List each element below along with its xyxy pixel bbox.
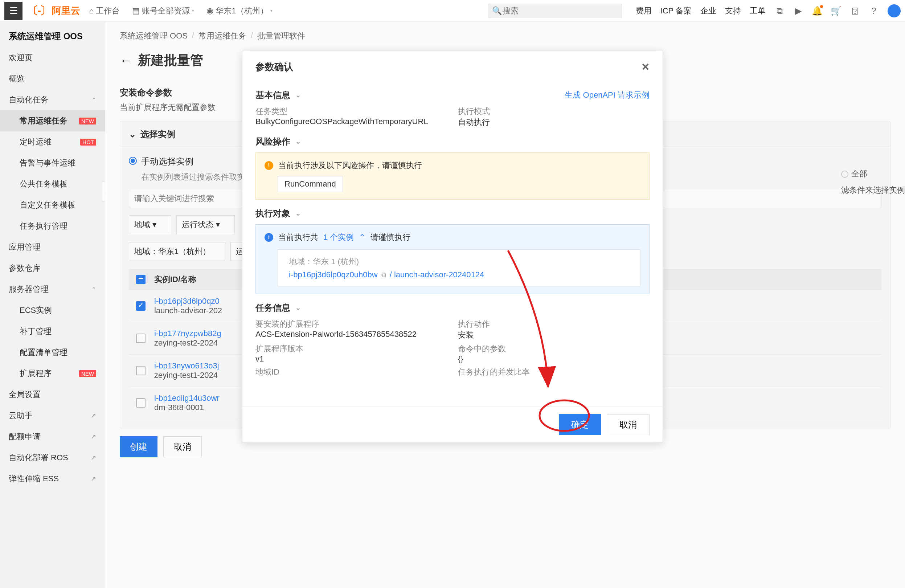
resource-dropdown[interactable]: ▤账号全部资源▾ [129,3,198,19]
version-value: v1 [256,354,447,364]
risk-chip: RunCommand [278,176,343,192]
instance-id-link[interactable]: i-bp16pj3d6lp0qz0uh0bw [289,270,378,280]
confirm-modal: 参数确认 ✕ 基本信息 ⌄ 生成 OpenAPI 请求示例 任务类型BulkyC… [242,51,663,443]
cmd-params-label: 命令中的参数 [458,343,649,354]
modal-header: 参数确认 ✕ [242,51,663,80]
workspace-label: 工作台 [96,5,120,16]
close-icon[interactable]: ✕ [641,61,649,73]
chevron-down-icon: ⌄ [295,91,301,99]
avatar[interactable] [888,4,901,17]
ok-button[interactable]: 确定 [559,414,601,435]
section-title: 基本信息 [256,89,290,101]
globe-icon: ◉ [206,6,213,16]
resource-label: 账号全部资源 [142,5,190,16]
cmd-params-value: {} [458,354,649,364]
chevron-up-icon[interactable]: ⌃ [359,233,365,242]
workspace-link[interactable]: ⌂工作台 [85,3,123,19]
target-inner: 地域：华东 1 (杭州) i-bp16pj3d6lp0qz0uh0bw ⧉ / … [278,250,640,286]
warning-icon: ! [265,161,273,170]
billing-link[interactable]: 费用 [636,5,652,16]
enterprise-link[interactable]: 企业 [700,5,716,16]
menu-toggle-icon[interactable]: ☰ [4,2,22,20]
terminal-icon[interactable]: ▶ [793,6,803,16]
target-instance-row: i-bp16pj3d6lp0qz0uh0bw ⧉ / launch-adviso… [289,270,629,280]
section-title: 风险操作 [256,136,290,147]
info-icon[interactable]: ? [869,6,879,16]
action-value: 安装 [458,330,649,340]
target-prefix: 当前执行共 [278,232,318,243]
bell-icon[interactable]: 🔔 [812,6,822,16]
help-icon[interactable]: ⍰ [850,6,860,16]
modal-body: 基本信息 ⌄ 生成 OpenAPI 请求示例 任务类型BulkyConfigur… [242,80,663,407]
target-region-label: 地域：华东 1 (杭州) [289,256,629,267]
concurrency-label: 任务执行的并发比率 [458,367,649,377]
chevron-down-icon: ⌄ [295,210,301,218]
modal-footer: 确定 取消 [242,407,663,442]
search-input[interactable] [488,4,622,18]
info-head: i 当前执行共 1 个实例 ⌃ 请谨慎执行 [265,232,640,243]
task-info-section[interactable]: 任务信息 ⌄ [256,302,649,314]
resource-icon: ▤ [132,6,140,16]
chevron-down-icon: ⌄ [295,138,301,146]
ticket-link[interactable]: 工单 [750,5,766,16]
global-search: 🔍 [488,4,622,18]
region-label: 华东1（杭州） [216,5,268,16]
cloudshell-icon[interactable]: ⧉ [774,6,784,16]
region-id-label: 地域ID [256,367,447,377]
home-icon: ⌂ [89,6,94,16]
task-type-value: BulkyConfigureOOSPackageWithTemporaryURL [256,117,447,126]
target-info-box: i 当前执行共 1 个实例 ⌃ 请谨慎执行 地域：华东 1 (杭州) i-bp1… [256,224,649,294]
risk-warning-box: ! 当前执行涉及以下风险操作，请谨慎执行 RunCommand [256,153,649,200]
region-dropdown[interactable]: ◉华东1（杭州）▾ [203,3,276,19]
section-title: 执行对象 [256,208,290,219]
task-type-label: 任务类型 [256,106,447,117]
warn-row: ! 当前执行涉及以下风险操作，请谨慎执行 [265,160,640,171]
topbar-right: 费用 ICP 备案 企业 支持 工单 ⧉ ▶ 🔔 🛒 ⍰ ? [636,4,901,17]
top-bar: ☰ 〔-〕阿里云 ⌂工作台 ▤账号全部资源▾ ◉华东1（杭州）▾ 🔍 费用 IC… [0,0,905,22]
chevron-down-icon: ▾ [270,8,273,13]
basic-info-grid: 任务类型BulkyConfigureOOSPackageWithTemporar… [256,106,649,128]
target-section[interactable]: 执行对象 ⌄ [256,208,649,219]
support-link[interactable]: 支持 [725,5,741,16]
risk-text: 当前执行涉及以下风险操作，请谨慎执行 [278,160,422,171]
instance-name: / launch-advisor-20240124 [390,270,484,280]
brand-text: 阿里云 [52,4,80,17]
ext-value: ACS-Extension-Palworld-1563457855438522 [256,330,447,339]
search-icon: 🔍 [492,6,502,16]
task-info-grid: 要安装的扩展程序ACS-Extension-Palworld-156345785… [256,319,649,377]
copy-icon[interactable]: ⧉ [381,271,386,279]
instance-count-link[interactable]: 1 个实例 [323,232,354,243]
version-label: 扩展程序版本 [256,343,447,354]
modal-backdrop: 参数确认 ✕ 基本信息 ⌄ 生成 OpenAPI 请求示例 任务类型BulkyC… [0,22,905,588]
cart-icon[interactable]: 🛒 [831,6,841,16]
action-label: 执行动作 [458,319,649,330]
exec-mode-label: 执行模式 [458,106,649,117]
openapi-link[interactable]: 生成 OpenAPI 请求示例 [565,90,649,100]
logo-bracket-icon: 〔-〕 [28,3,50,18]
target-suffix: 请谨慎执行 [370,232,410,243]
chevron-down-icon: ⌄ [295,304,301,312]
risk-section[interactable]: 风险操作 ⌄ [256,136,649,147]
icp-link[interactable]: ICP 备案 [660,5,692,16]
ext-label: 要安装的扩展程序 [256,319,447,330]
modal-title: 参数确认 [256,60,293,73]
info-icon: i [265,233,273,242]
cancel-button[interactable]: 取消 [607,414,649,435]
chevron-down-icon: ▾ [192,8,194,13]
basic-info-section[interactable]: 基本信息 ⌄ 生成 OpenAPI 请求示例 [256,89,649,101]
brand-logo[interactable]: 〔-〕阿里云 [28,3,80,18]
exec-mode-value: 自动执行 [458,117,649,128]
section-title: 任务信息 [256,302,290,314]
